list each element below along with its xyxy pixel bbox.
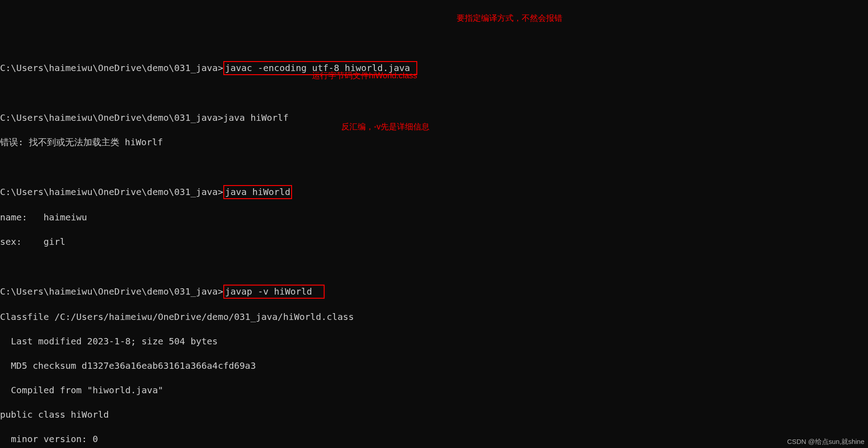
annotation-encoding-note: 要指定编译方式，不然会报错 [457, 13, 562, 24]
watermark-text: CSDN @给点sun,就shine [787, 437, 864, 446]
command-text: java hiWorlf [223, 112, 289, 123]
output-line: sex: girl [0, 236, 868, 248]
line-cmd4: C:\Users\haimeiwu\OneDrive\demo\031_java… [0, 285, 868, 299]
prompt: C:\Users\haimeiwu\OneDrive\demo\031_java… [0, 186, 223, 197]
line-cmd2: C:\Users\haimeiwu\OneDrive\demo\031_java… [0, 112, 868, 124]
prompt: C:\Users\haimeiwu\OneDrive\demo\031_java… [0, 286, 223, 297]
error-line: 错误: 找不到或无法加载主类 hiWorlf [0, 136, 868, 148]
line-cmd1: C:\Users\haimeiwu\OneDrive\demo\031_java… [0, 61, 868, 75]
terminal-output[interactable]: C:\Users\haimeiwu\OneDrive\demo\031_java… [0, 49, 868, 448]
javap-decl: public class hiWorld [0, 409, 868, 421]
annotation-run-note: 运行字节码文件hiWorld.class [312, 70, 417, 81]
javap-classfile: Classfile /C:/Users/haimeiwu/OneDrive/de… [0, 311, 868, 323]
blank [0, 260, 868, 272]
javap-md5: MD5 checksum d1327e36a16eab63161a366a4cf… [0, 360, 868, 372]
prompt: C:\Users\haimeiwu\OneDrive\demo\031_java… [0, 112, 223, 123]
line-cmd3: C:\Users\haimeiwu\OneDrive\demo\031_java… [0, 185, 868, 199]
prompt: C:\Users\haimeiwu\OneDrive\demo\031_java… [0, 62, 223, 73]
javap-minor: minor version: 0 [0, 433, 868, 445]
javap-lastmod: Last modified 2023-1-8; size 504 bytes [0, 335, 868, 348]
javap-compiled: Compiled from "hiworld.java" [0, 384, 868, 396]
highlighted-command-2: java hiWorld [223, 185, 292, 199]
output-line: name: haimeiwu [0, 211, 868, 224]
blank [0, 161, 868, 173]
blank [0, 87, 868, 100]
highlighted-command-3: javap -v hiWorld [223, 285, 325, 299]
annotation-javap-note: 反汇编，-v先是详细信息 [341, 121, 429, 132]
